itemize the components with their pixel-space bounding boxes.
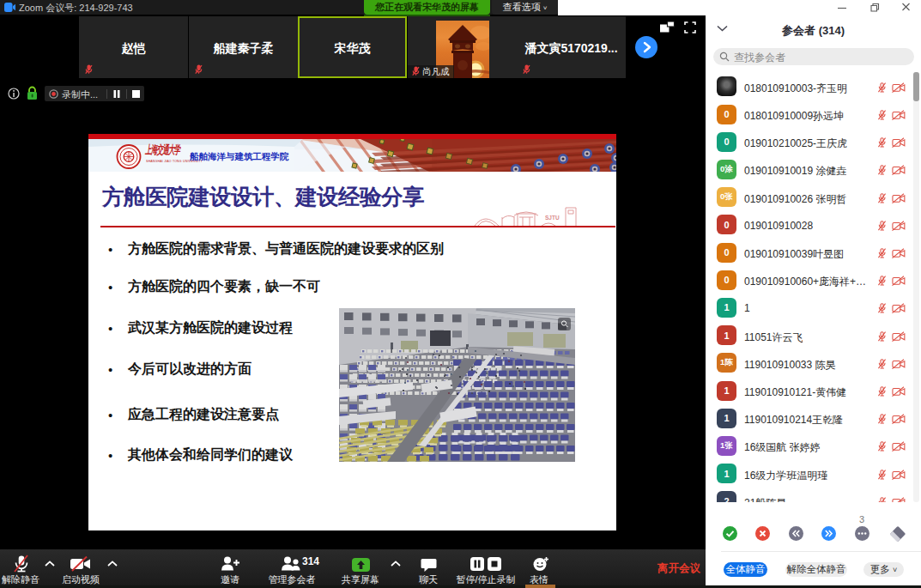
svg-text:SJTU: SJTU (545, 215, 560, 221)
